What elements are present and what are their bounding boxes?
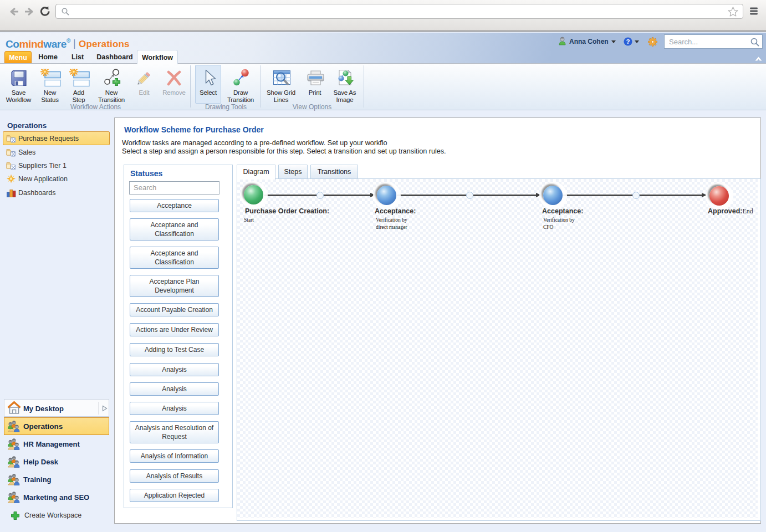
svg-text:?: ?: [626, 38, 630, 45]
